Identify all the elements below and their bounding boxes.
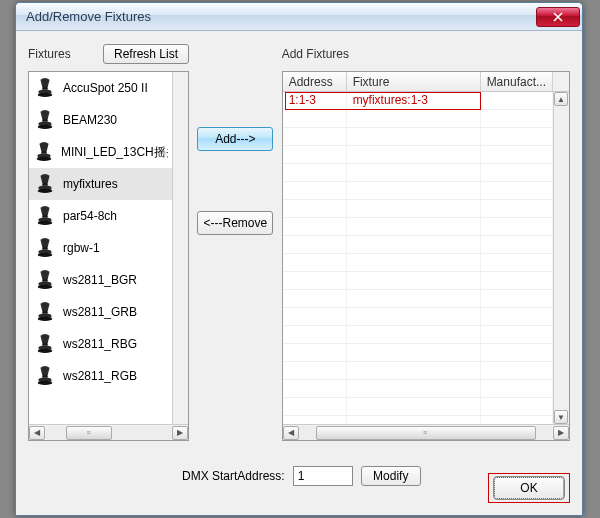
fixture-icon	[33, 204, 57, 228]
cell-manufacturer	[481, 308, 553, 325]
cell-address	[283, 128, 347, 145]
cell-fixture	[347, 380, 481, 397]
fixture-icon	[33, 268, 57, 292]
col-scroll-spacer	[553, 72, 569, 91]
list-item[interactable]: rgbw-1	[29, 232, 172, 264]
fixture-icon	[33, 76, 57, 100]
table-row[interactable]: 1:1-3myfixtures:1-3	[283, 92, 553, 110]
cell-fixture	[347, 182, 481, 199]
table-row[interactable]	[283, 416, 553, 424]
table-row[interactable]	[283, 182, 553, 200]
list-item[interactable]: BEAM230	[29, 104, 172, 136]
scroll-left-button[interactable]: ◀	[283, 426, 299, 440]
list-item[interactable]: AccuSpot 250 II	[29, 72, 172, 104]
close-icon	[553, 12, 563, 22]
cell-manufacturer	[481, 254, 553, 271]
remove-button[interactable]: <---Remove	[197, 211, 273, 235]
add-button[interactable]: Add--->	[197, 127, 273, 151]
upper-pane: Fixtures Refresh List AccuSpot 250 II BE…	[28, 41, 570, 441]
table-row[interactable]	[283, 164, 553, 182]
fixture-listbox[interactable]: AccuSpot 250 II BEAM230 MINI_LED_13CH摇头 …	[28, 71, 189, 441]
table-row[interactable]	[283, 398, 553, 416]
table-row[interactable]	[283, 290, 553, 308]
scroll-track[interactable]: ≡	[46, 426, 171, 440]
scroll-left-button[interactable]: ◀	[29, 426, 45, 440]
scroll-track[interactable]: ≡	[300, 426, 552, 440]
ok-button[interactable]: OK	[494, 477, 564, 499]
table-row[interactable]	[283, 110, 553, 128]
cell-address	[283, 218, 347, 235]
table-row[interactable]	[283, 272, 553, 290]
modify-button[interactable]: Modify	[361, 466, 421, 486]
cell-address	[283, 182, 347, 199]
refresh-list-button[interactable]: Refresh List	[103, 44, 189, 64]
dmx-start-address-input[interactable]	[293, 466, 353, 486]
cell-fixture	[347, 254, 481, 271]
svg-point-7	[38, 189, 53, 193]
fixture-horizontal-scrollbar[interactable]: ◀ ≡ ▶	[29, 424, 188, 440]
svg-point-15	[38, 317, 53, 321]
table-row[interactable]	[283, 362, 553, 380]
scroll-thumb[interactable]: ≡	[316, 426, 536, 440]
scroll-thumb[interactable]: ≡	[66, 426, 112, 440]
table-rows: 1:1-3myfixtures:1-3	[283, 92, 553, 424]
scroll-right-button[interactable]: ▶	[172, 426, 188, 440]
cell-address	[283, 254, 347, 271]
fixture-vertical-scrollbar[interactable]	[172, 72, 188, 424]
table-row[interactable]	[283, 326, 553, 344]
table-row[interactable]	[283, 344, 553, 362]
list-item[interactable]: ws2811_RBG	[29, 328, 172, 360]
window-title: Add/Remove Fixtures	[26, 9, 536, 24]
close-button[interactable]	[536, 7, 580, 27]
table-row[interactable]	[283, 146, 553, 164]
cell-address	[283, 200, 347, 217]
cell-fixture	[347, 236, 481, 253]
cell-address	[283, 326, 347, 343]
table-row[interactable]	[283, 200, 553, 218]
scroll-down-button[interactable]: ▼	[554, 410, 568, 424]
col-fixture[interactable]: Fixture	[347, 72, 481, 91]
cell-manufacturer	[481, 164, 553, 181]
table-row[interactable]	[283, 236, 553, 254]
cell-fixture	[347, 416, 481, 424]
fixture-icon	[34, 333, 56, 355]
table-vertical-scrollbar[interactable]: ▲ ▼	[553, 92, 569, 424]
list-item[interactable]: ws2811_RGB	[29, 360, 172, 392]
cell-address: 1:1-3	[283, 92, 347, 109]
fixture-icon	[33, 364, 57, 388]
table-horizontal-scrollbar[interactable]: ◀ ≡ ▶	[283, 424, 569, 440]
dmx-start-address-label: DMX StartAddress:	[182, 469, 285, 483]
list-item[interactable]: ws2811_BGR	[29, 264, 172, 296]
fixture-icon	[34, 109, 56, 131]
cell-manufacturer	[481, 200, 553, 217]
add-fixtures-table[interactable]: Address Fixture Manufact... 1:1-3myfixtu…	[282, 71, 570, 441]
add-fixtures-label: Add Fixtures	[282, 47, 349, 61]
fixture-icon	[33, 172, 57, 196]
cell-address	[283, 290, 347, 307]
list-item[interactable]: MINI_LED_13CH摇头	[29, 136, 172, 168]
fixture-items: AccuSpot 250 II BEAM230 MINI_LED_13CH摇头 …	[29, 72, 172, 424]
table-row[interactable]	[283, 380, 553, 398]
table-body: 1:1-3myfixtures:1-3 ▲ ▼	[283, 92, 569, 424]
fixtures-column: Fixtures Refresh List AccuSpot 250 II BE…	[28, 41, 189, 441]
cell-address	[283, 236, 347, 253]
scroll-up-button[interactable]: ▲	[554, 92, 568, 106]
cell-fixture	[347, 290, 481, 307]
table-row[interactable]	[283, 128, 553, 146]
cell-address	[283, 380, 347, 397]
list-item[interactable]: par54-8ch	[29, 200, 172, 232]
table-row[interactable]	[283, 308, 553, 326]
svg-point-9	[38, 221, 53, 225]
table-row[interactable]	[283, 218, 553, 236]
cell-manufacturer	[481, 146, 553, 163]
fixture-name: myfixtures	[63, 177, 118, 191]
scroll-right-button[interactable]: ▶	[553, 426, 569, 440]
table-row[interactable]	[283, 254, 553, 272]
col-address[interactable]: Address	[283, 72, 347, 91]
list-item[interactable]: myfixtures	[29, 168, 172, 200]
cell-fixture	[347, 110, 481, 127]
col-manufacturer[interactable]: Manufact...	[481, 72, 553, 91]
fixture-scroll: AccuSpot 250 II BEAM230 MINI_LED_13CH摇头 …	[29, 72, 188, 424]
cell-fixture	[347, 398, 481, 415]
list-item[interactable]: ws2811_GRB	[29, 296, 172, 328]
